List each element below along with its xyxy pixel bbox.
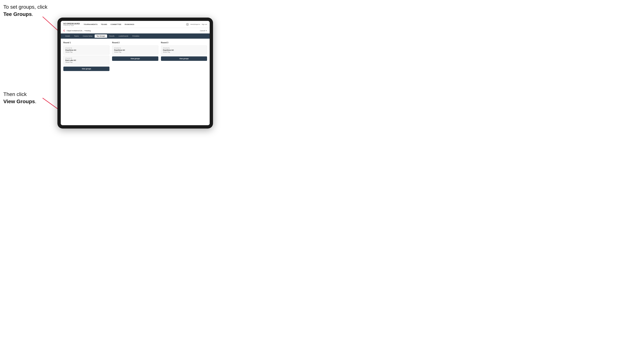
instruction-bottom-bold: View Groups [3,99,35,104]
tab-tee-groups[interactable]: Tee Groups [95,34,107,38]
round-2-column: Round 2 (Course A) Peachtree GC Stroke P… [112,42,158,71]
logo-area: SCOREBOARD Powered by clippit [63,22,80,26]
tab-details[interactable]: Details [63,34,72,38]
nav-right: blair@clippd.io Sign out [186,23,207,26]
round-3-course-a-type: Stroke Play [163,51,205,53]
logo-text: SCOREBOARD [63,22,80,25]
nav-links: TOURNAMENTS TEAMS COMMITTEE RANKINGS [83,23,186,25]
round-1-course-a-name: Peachtree GC [66,49,108,51]
tab-leaderboards[interactable]: Leaderboards [117,34,130,38]
round-1-course-b-type: Stroke Play [66,61,108,63]
instruction-top: To set groups, click Tee Groups. [3,3,48,18]
round-1-course-b-name: East Lake GC [66,59,108,61]
instruction-top-bold: Tee Groups [3,11,32,17]
round-2-view-groups-button[interactable]: View groups [112,56,158,61]
top-nav: SCOREBOARD Powered by clippit TOURNAMENT… [61,21,210,28]
tab-printables[interactable]: Printables [130,34,141,38]
logo-sub: Powered by clippit [63,25,80,26]
user-email: blair@clippd.io [190,23,200,25]
round-2-course-a-type: Stroke Play [114,51,156,53]
user-avatar [186,23,189,26]
round-2-course-a-label: (Course A) [114,47,156,49]
round-1-course-b-label: (Course B) [66,57,108,59]
nav-tournaments[interactable]: TOURNAMENTS [83,23,98,25]
tab-bar: Details Teams Course Setup Tee Groups Re… [61,33,210,39]
instruction-bottom-suffix: . [35,99,36,104]
round-3-title: Round 3 [161,42,207,44]
nav-committee[interactable]: COMMITTEE [110,23,122,25]
tab-course-setup[interactable]: Course Setup [81,34,94,38]
tablet-screen: SCOREBOARD Powered by clippit TOURNAMENT… [61,21,210,125]
instruction-top-suffix: . [32,11,33,17]
round-3-course-a-label: (Course A) [163,47,205,49]
sub-header-logo: C [63,29,65,32]
round-2-course-a: (Course A) Peachtree GC Stroke Play [112,45,158,55]
tablet: SCOREBOARD Powered by clippit TOURNAMENT… [58,17,213,129]
main-content: Round 1 (Course A) Peachtree GC Stroke P… [61,39,210,125]
round-3-column: Round 3 (Course A) Peachtree GC Stroke P… [161,42,207,71]
round-3-view-groups-button[interactable]: View groups [161,56,207,61]
instruction-top-line1: To set groups, click [3,4,48,10]
round-1-course-a: (Course A) Peachtree GC Stroke Play [63,45,110,55]
nav-teams[interactable]: TEAMS [100,23,108,25]
instruction-bottom-line1: Then click [3,91,27,97]
nav-rankings[interactable]: RANKINGS [124,23,135,25]
rounds-container: Round 1 (Course A) Peachtree GC Stroke P… [63,42,207,71]
cancel-button[interactable]: Cancel ✕ [200,30,207,32]
sub-header: C Clippd Invitational (M... • Hosting Ca… [61,28,210,33]
round-1-course-a-label: (Course A) [66,47,108,49]
tab-teams[interactable]: Teams [72,34,80,38]
tournament-title: Clippd Invitational (M... • Hosting [66,30,200,32]
round-1-title: Round 1 [63,42,110,44]
instruction-bottom: Then click View Groups. [3,91,36,105]
sign-out-link[interactable]: Sign out [202,23,207,25]
round-3-course-a: (Course A) Peachtree GC Stroke Play [161,45,207,55]
round-2-title: Round 2 [112,42,158,44]
round-1-course-b: (Course B) East Lake GC Stroke Play [63,56,110,65]
round-1-column: Round 1 (Course A) Peachtree GC Stroke P… [63,42,110,71]
round-1-view-groups-button[interactable]: View groups [63,67,110,71]
round-2-course-a-name: Peachtree GC [114,49,156,51]
round-3-course-a-name: Peachtree GC [163,49,205,51]
round-1-course-a-type: Stroke Play [66,51,108,53]
tab-results[interactable]: Results [108,34,116,38]
